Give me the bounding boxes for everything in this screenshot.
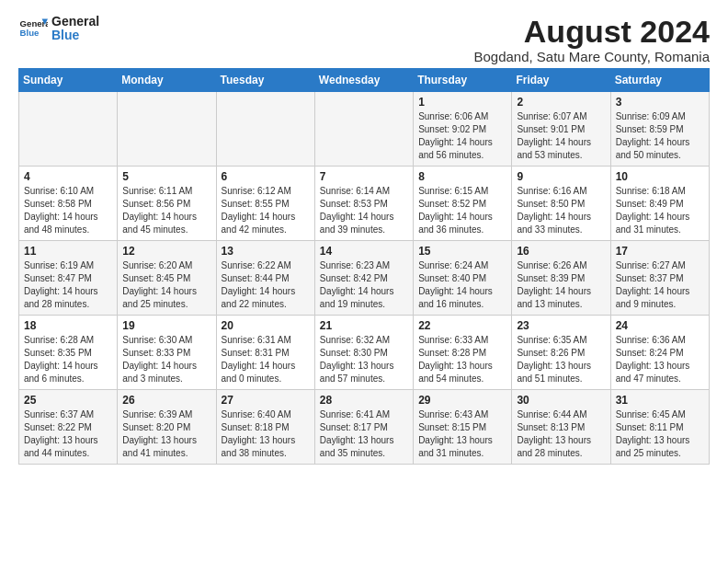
day-number: 29 [418, 394, 506, 407]
day-info: Sunrise: 6:19 AM Sunset: 8:47 PM Dayligh… [24, 259, 112, 311]
week-row-0: 1Sunrise: 6:06 AM Sunset: 9:02 PM Daylig… [19, 92, 710, 167]
calendar-cell: 20Sunrise: 6:31 AM Sunset: 8:31 PM Dayli… [216, 316, 314, 390]
calendar-cell: 15Sunrise: 6:24 AM Sunset: 8:40 PM Dayli… [414, 241, 512, 316]
day-number: 2 [517, 96, 605, 109]
calendar-cell: 19Sunrise: 6:30 AM Sunset: 8:33 PM Dayli… [118, 316, 216, 390]
day-info: Sunrise: 6:39 AM Sunset: 8:20 PM Dayligh… [122, 408, 210, 460]
day-number: 10 [616, 170, 704, 183]
header-friday: Friday [512, 69, 610, 92]
calendar-cell: 27Sunrise: 6:40 AM Sunset: 8:18 PM Dayli… [216, 390, 314, 465]
day-number: 16 [517, 245, 605, 258]
calendar-cell: 23Sunrise: 6:35 AM Sunset: 8:26 PM Dayli… [512, 316, 610, 390]
day-number: 21 [320, 319, 408, 332]
header: General Blue General Blue August 2024 Bo… [18, 15, 710, 64]
calendar-cell: 31Sunrise: 6:45 AM Sunset: 8:11 PM Dayli… [610, 390, 709, 465]
day-number: 3 [616, 96, 704, 109]
logo-general: General [51, 15, 99, 29]
day-info: Sunrise: 6:11 AM Sunset: 8:56 PM Dayligh… [122, 185, 210, 236]
header-wednesday: Wednesday [314, 69, 413, 92]
logo-icon: General Blue [18, 16, 48, 41]
day-info: Sunrise: 6:14 AM Sunset: 8:53 PM Dayligh… [320, 185, 408, 236]
calendar-cell: 18Sunrise: 6:28 AM Sunset: 8:35 PM Dayli… [19, 316, 118, 390]
calendar-cell: 12Sunrise: 6:20 AM Sunset: 8:45 PM Dayli… [118, 241, 216, 316]
header-tuesday: Tuesday [216, 69, 314, 92]
calendar-cell: 2Sunrise: 6:07 AM Sunset: 9:01 PM Daylig… [512, 92, 610, 167]
calendar-cell: 5Sunrise: 6:11 AM Sunset: 8:56 PM Daylig… [118, 167, 216, 241]
calendar-cell [19, 92, 118, 167]
day-info: Sunrise: 6:31 AM Sunset: 8:31 PM Dayligh… [222, 334, 310, 385]
day-info: Sunrise: 6:40 AM Sunset: 8:18 PM Dayligh… [222, 408, 310, 460]
week-row-1: 4Sunrise: 6:10 AM Sunset: 8:58 PM Daylig… [19, 167, 710, 241]
week-row-2: 11Sunrise: 6:19 AM Sunset: 8:47 PM Dayli… [19, 241, 710, 316]
calendar-cell: 30Sunrise: 6:44 AM Sunset: 8:13 PM Dayli… [512, 390, 610, 465]
day-number: 9 [517, 170, 605, 183]
day-info: Sunrise: 6:33 AM Sunset: 8:28 PM Dayligh… [418, 334, 506, 385]
day-info: Sunrise: 6:12 AM Sunset: 8:55 PM Dayligh… [222, 185, 310, 236]
calendar-cell: 9Sunrise: 6:16 AM Sunset: 8:50 PM Daylig… [512, 167, 610, 241]
day-info: Sunrise: 6:23 AM Sunset: 8:42 PM Dayligh… [320, 259, 408, 311]
calendar-cell: 14Sunrise: 6:23 AM Sunset: 8:42 PM Dayli… [314, 241, 413, 316]
day-info: Sunrise: 6:10 AM Sunset: 8:58 PM Dayligh… [24, 185, 112, 236]
day-number: 20 [222, 319, 310, 332]
logo-blue: Blue [51, 29, 99, 42]
day-info: Sunrise: 6:28 AM Sunset: 8:35 PM Dayligh… [24, 334, 112, 385]
day-number: 24 [616, 319, 704, 332]
calendar-cell: 21Sunrise: 6:32 AM Sunset: 8:30 PM Dayli… [314, 316, 413, 390]
week-row-3: 18Sunrise: 6:28 AM Sunset: 8:35 PM Dayli… [19, 316, 710, 390]
day-number: 4 [24, 170, 112, 183]
day-number: 22 [418, 319, 506, 332]
header-sunday: Sunday [19, 69, 118, 92]
day-number: 12 [122, 245, 210, 258]
day-info: Sunrise: 6:41 AM Sunset: 8:17 PM Dayligh… [320, 408, 408, 460]
calendar-cell [118, 92, 216, 167]
day-number: 15 [418, 245, 506, 258]
day-info: Sunrise: 6:18 AM Sunset: 8:49 PM Dayligh… [616, 185, 704, 236]
calendar-cell: 6Sunrise: 6:12 AM Sunset: 8:55 PM Daylig… [216, 167, 314, 241]
calendar-cell: 17Sunrise: 6:27 AM Sunset: 8:37 PM Dayli… [610, 241, 709, 316]
calendar-cell: 16Sunrise: 6:26 AM Sunset: 8:39 PM Dayli… [512, 241, 610, 316]
calendar-cell [216, 92, 314, 167]
calendar-cell: 25Sunrise: 6:37 AM Sunset: 8:22 PM Dayli… [19, 390, 118, 465]
calendar-cell: 24Sunrise: 6:36 AM Sunset: 8:24 PM Dayli… [610, 316, 709, 390]
calendar-cell: 13Sunrise: 6:22 AM Sunset: 8:44 PM Dayli… [216, 241, 314, 316]
day-info: Sunrise: 6:16 AM Sunset: 8:50 PM Dayligh… [517, 185, 605, 236]
calendar-cell: 1Sunrise: 6:06 AM Sunset: 9:02 PM Daylig… [414, 92, 512, 167]
day-number: 26 [122, 394, 210, 407]
day-number: 11 [24, 245, 112, 258]
day-number: 18 [24, 319, 112, 332]
day-info: Sunrise: 6:43 AM Sunset: 8:15 PM Dayligh… [418, 408, 506, 460]
svg-text:Blue: Blue [20, 28, 40, 38]
day-number: 28 [320, 394, 408, 407]
header-row: SundayMondayTuesdayWednesdayThursdayFrid… [19, 69, 710, 92]
day-number: 14 [320, 245, 408, 258]
day-info: Sunrise: 6:37 AM Sunset: 8:22 PM Dayligh… [24, 408, 112, 460]
day-info: Sunrise: 6:30 AM Sunset: 8:33 PM Dayligh… [122, 334, 210, 385]
calendar-cell: 28Sunrise: 6:41 AM Sunset: 8:17 PM Dayli… [314, 390, 413, 465]
day-number: 8 [418, 170, 506, 183]
day-info: Sunrise: 6:44 AM Sunset: 8:13 PM Dayligh… [517, 408, 605, 460]
day-number: 19 [122, 319, 210, 332]
day-info: Sunrise: 6:20 AM Sunset: 8:45 PM Dayligh… [122, 259, 210, 311]
day-number: 1 [418, 96, 506, 109]
day-number: 17 [616, 245, 704, 258]
header-saturday: Saturday [610, 69, 709, 92]
calendar-cell: 10Sunrise: 6:18 AM Sunset: 8:49 PM Dayli… [610, 167, 709, 241]
day-number: 13 [222, 245, 310, 258]
header-monday: Monday [118, 69, 216, 92]
day-number: 31 [616, 394, 704, 407]
calendar-cell: 3Sunrise: 6:09 AM Sunset: 8:59 PM Daylig… [610, 92, 709, 167]
day-info: Sunrise: 6:06 AM Sunset: 9:02 PM Dayligh… [418, 110, 506, 162]
page: General Blue General Blue August 2024 Bo… [0, 0, 728, 479]
calendar-cell: 11Sunrise: 6:19 AM Sunset: 8:47 PM Dayli… [19, 241, 118, 316]
day-info: Sunrise: 6:07 AM Sunset: 9:01 PM Dayligh… [517, 110, 605, 162]
day-info: Sunrise: 6:36 AM Sunset: 8:24 PM Dayligh… [616, 334, 704, 385]
calendar-cell: 22Sunrise: 6:33 AM Sunset: 8:28 PM Dayli… [414, 316, 512, 390]
day-info: Sunrise: 6:27 AM Sunset: 8:37 PM Dayligh… [616, 259, 704, 311]
day-info: Sunrise: 6:35 AM Sunset: 8:26 PM Dayligh… [517, 334, 605, 385]
day-info: Sunrise: 6:32 AM Sunset: 8:30 PM Dayligh… [320, 334, 408, 385]
day-info: Sunrise: 6:45 AM Sunset: 8:11 PM Dayligh… [616, 408, 704, 460]
day-info: Sunrise: 6:24 AM Sunset: 8:40 PM Dayligh… [418, 259, 506, 311]
title-block: August 2024 Bogdand, Satu Mare County, R… [473, 15, 710, 64]
calendar-cell: 8Sunrise: 6:15 AM Sunset: 8:52 PM Daylig… [414, 167, 512, 241]
calendar-subtitle: Bogdand, Satu Mare County, Romania [473, 49, 710, 64]
